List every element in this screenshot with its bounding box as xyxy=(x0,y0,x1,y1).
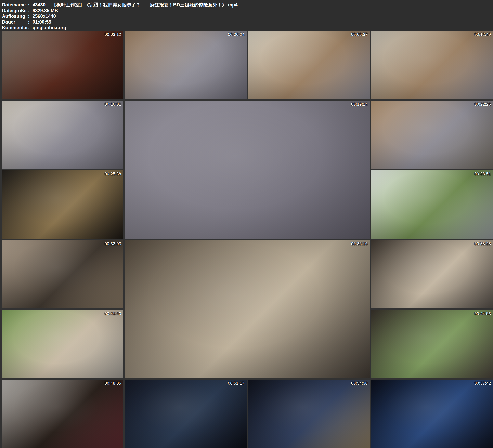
timestamp-badge: 00:16:01 xyxy=(105,102,121,107)
thumbnail-car-interior: 00:38:28 xyxy=(371,240,493,308)
thumbnail-car-interior: 00:44:53 xyxy=(371,310,493,378)
meta-label: Dateiname xyxy=(2,2,28,8)
meta-row-dauer: Dauer : 01:00:55 xyxy=(2,19,493,25)
metadata-panel: Dateiname : 43430----【枫叶工作室】《完蛋！我把美女捆绑了？… xyxy=(0,0,493,31)
meta-row-dateiname: Dateiname : 43430----【枫叶工作室】《完蛋！我把美女捆绑了？… xyxy=(2,2,493,8)
thumbnail-car-interior-night: 00:57:42 xyxy=(371,380,493,448)
resolution-value: 2560x1440 xyxy=(33,13,56,19)
thumbnail-car-trunk: 00:48:05 xyxy=(2,380,123,448)
thumbnail-bedroom: 00:09:37 xyxy=(248,31,370,99)
meta-label: Kommentar xyxy=(2,25,28,31)
thumbnail-car-interior-night: 00:51:17 xyxy=(125,380,246,448)
timestamp-badge: 00:28:51 xyxy=(474,172,491,176)
timestamp-badge: 00:35:16 xyxy=(351,241,368,246)
timestamp-badge: 00:44:53 xyxy=(474,311,491,316)
timestamp-badge: 00:41:40 xyxy=(105,311,121,316)
filename-value: 43430----【枫叶工作室】《完蛋！我把美女捆绑了？——疯狂报复！BD三姐妹… xyxy=(33,2,238,8)
timestamp-badge: 00:19:14 xyxy=(351,102,368,107)
thumbnail-bedroom: 00:22:26 xyxy=(371,101,493,169)
timestamp-badge: 00:22:26 xyxy=(474,102,491,107)
thumbnail-bedroom: 00:06:24 xyxy=(125,31,246,99)
thumbnail-car-trunk-night: 00:54:30 xyxy=(248,380,370,448)
thumbnail-grid: 00:03:12 00:06:24 00:09:37 00:12:49 00:1… xyxy=(2,31,493,448)
timestamp-badge: 00:12:49 xyxy=(474,32,491,37)
meta-label: Dauer xyxy=(2,19,28,25)
thumbnail-bedroom: 00:12:49 xyxy=(371,31,493,99)
meta-row-kommentar: Kommentar : qinglanhua.org xyxy=(2,25,493,31)
thumbnail-bedroom-wide: 00:19:14 xyxy=(125,101,370,239)
meta-row-aufloesung: Auflösung : 2560x1440 xyxy=(2,13,493,19)
meta-row-dateigroesse: Dateigröße : 9329.85 MB xyxy=(2,8,493,13)
meta-separator: : xyxy=(28,19,33,25)
thumbnail-bedroom: 00:16:01 xyxy=(2,101,123,169)
timestamp-badge: 00:25:38 xyxy=(105,172,121,176)
timestamp-badge: 00:32:03 xyxy=(105,241,121,246)
thumbnail-dark-room: 00:25:38 xyxy=(2,170,123,239)
meta-label: Auflösung xyxy=(2,13,28,19)
timestamp-badge: 00:09:37 xyxy=(351,32,368,37)
timestamp-badge: 00:48:05 xyxy=(105,381,121,386)
meta-separator: : xyxy=(28,25,33,31)
thumbnail-outdoor-car: 00:28:51 xyxy=(371,170,493,239)
meta-separator: : xyxy=(28,13,33,19)
thumbnail-car-trunk-outdoor: 00:41:40 xyxy=(2,310,123,378)
duration-value: 01:00:55 xyxy=(33,19,51,25)
thumbnail-car-interior-wide: 00:35:16 xyxy=(125,240,370,378)
timestamp-badge: 00:57:42 xyxy=(474,381,491,386)
timestamp-badge: 00:54:30 xyxy=(351,381,368,386)
timestamp-badge: 00:06:24 xyxy=(228,32,245,37)
timestamp-badge: 00:03:12 xyxy=(105,32,121,37)
meta-label: Dateigröße xyxy=(2,8,28,13)
filesize-value: 9329.85 MB xyxy=(33,8,58,13)
meta-separator: : xyxy=(28,8,33,13)
timestamp-badge: 00:51:17 xyxy=(228,381,245,386)
timestamp-badge: 00:38:28 xyxy=(474,241,491,246)
thumbnail-hallway-interior: 00:03:12 xyxy=(2,31,123,99)
meta-separator: : xyxy=(28,2,33,8)
thumbnail-car-interior: 00:32:03 xyxy=(2,240,123,308)
comment-value: qinglanhua.org xyxy=(33,25,66,31)
